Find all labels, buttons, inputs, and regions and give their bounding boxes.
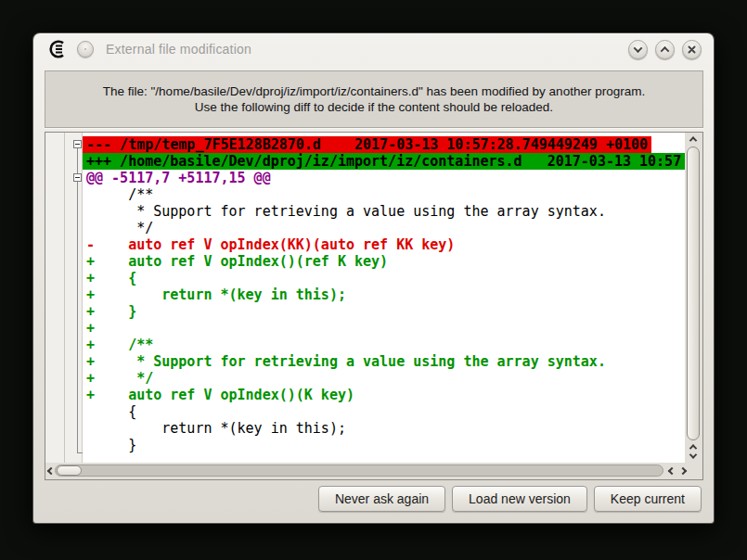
scroll-left-icon[interactable] (668, 467, 676, 475)
diff-line: @@ -5117,7 +5117,15 @@ (83, 170, 685, 186)
gutter-separator (64, 133, 65, 463)
vertical-scrollbar-thumb[interactable] (687, 146, 700, 440)
chevron-down-icon (634, 44, 643, 53)
titlebar[interactable]: External file modification (33, 33, 714, 65)
scroll-up-icon[interactable] (689, 136, 697, 144)
diff-line: + { (83, 270, 685, 286)
diff-line: + * Support for retrieving a value using… (83, 353, 685, 370)
fold-collapse-icon[interactable] (73, 140, 82, 148)
fold-gutter (45, 133, 83, 463)
window-title: External file modification (106, 42, 251, 57)
diff-line: + auto ref V opIndex()(ref K key) (83, 253, 685, 270)
diff-line: +++ /home/basile/Dev/dproj/iz/import/iz/… (83, 153, 685, 170)
close-icon (687, 45, 697, 55)
scroll-right-icon[interactable] (679, 467, 687, 475)
message-panel: The file: "/home/basile/Dev/dproj/iz/imp… (45, 70, 703, 128)
fold-tree-line (77, 148, 78, 452)
diff-line: + return *(key in this); (83, 286, 685, 303)
window-menu-button[interactable] (77, 41, 94, 57)
horizontal-scrollbar[interactable] (45, 463, 702, 479)
load-new-version-button[interactable]: Load new version (452, 486, 587, 512)
app-icon[interactable] (47, 39, 68, 59)
vertical-scrollbar[interactable] (685, 133, 702, 463)
horizontal-scrollbar-track[interactable] (55, 465, 663, 477)
scroll-down-icon[interactable] (689, 451, 697, 458)
diff-line: + /** (83, 337, 685, 353)
diff-line: return *(key in this); (83, 420, 685, 437)
minimize-button[interactable] (628, 40, 648, 59)
diff-line: * Support for retrieving a value using t… (83, 203, 685, 220)
keep-current-button[interactable]: Keep current (594, 486, 702, 512)
diff-line: - auto ref V opIndex(KK)(auto ref KK key… (83, 236, 685, 253)
diff-line: */ (83, 220, 685, 236)
fold-collapse-icon[interactable] (73, 173, 82, 182)
diff-editor: --- /tmp/temp_7F5E128B2870.d 2017-03-13 … (45, 132, 703, 480)
message-line-2: Use the following diff to decide if the … (195, 99, 553, 115)
close-button[interactable] (682, 40, 702, 59)
chevron-up-icon (661, 45, 670, 55)
never-ask-again-button[interactable]: Never ask again (318, 486, 445, 512)
diff-line: + } (83, 303, 685, 320)
dialog-window: External file modification The file: "/h… (32, 32, 715, 524)
diff-line: { (83, 403, 685, 420)
maximize-button[interactable] (655, 40, 675, 59)
diff-line: + auto ref V opIndex()(K key) (83, 387, 685, 403)
diff-text[interactable]: --- /tmp/temp_7F5E128B2870.d 2017-03-13 … (83, 133, 685, 463)
diff-line: --- /tmp/temp_7F5E128B2870.d 2017-03-13 … (83, 136, 685, 153)
message-line-1: The file: "/home/basile/Dev/dproj/iz/imp… (103, 83, 645, 99)
diff-line: + */ (83, 370, 685, 387)
diff-line: + (83, 320, 685, 337)
scroll-left-icon[interactable] (47, 467, 55, 475)
button-row: Never ask again Load new version Keep cu… (45, 486, 702, 512)
horizontal-scrollbar-thumb[interactable] (57, 465, 82, 476)
diff-line: } (83, 437, 685, 453)
diff-line: /** (83, 186, 685, 203)
